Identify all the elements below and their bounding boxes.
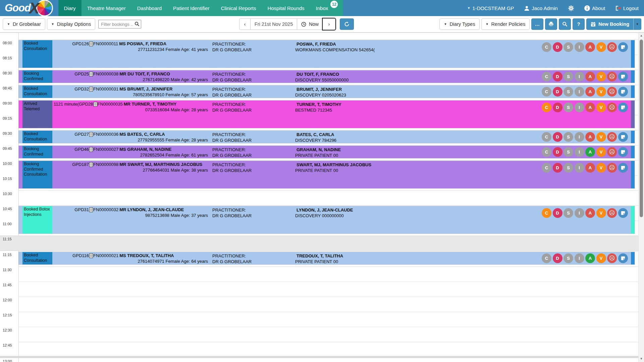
action-a-button[interactable]: A [585,87,595,97]
action-d-button[interactable]: D [553,132,562,142]
sad-face-button[interactable]: ☹ [607,103,617,112]
scroll-up-button[interactable]: ▲ [639,33,644,38]
practice-selector[interactable]: ▼ 1-DOCSTEAM GP [467,5,514,11]
action-s-button[interactable]: S [564,163,573,173]
action-i-button[interactable]: I [575,103,584,112]
practitioner-dropdown[interactable]: ▼ Dr Grobelaar [3,18,45,30]
booking-block[interactable]: Booking Confirmed GPD25FN00000038MR DU T… [19,70,635,83]
action-c-button[interactable]: C [542,42,551,52]
action-d-button[interactable]: D [553,87,562,97]
action-c-button[interactable]: C [542,163,551,173]
sad-face-button[interactable]: ☹ [607,208,617,218]
action-d-button[interactable]: D [553,208,562,218]
action-c-button[interactable]: C [542,253,551,263]
render-policies-dropdown[interactable]: ▼ Render Policies [481,18,530,30]
action-v-button[interactable]: V [596,132,606,142]
action-c-button[interactable]: C [542,103,551,112]
note-button[interactable] [618,147,628,157]
note-button[interactable] [618,72,628,81]
action-s-button[interactable]: S [564,42,573,52]
note-button[interactable] [618,208,628,218]
action-s-button[interactable]: S [564,147,573,157]
nav-item-inbox[interactable]: Inbox12 [310,0,334,16]
about-button[interactable]: About [584,5,605,11]
action-v-button[interactable]: V [596,253,606,263]
nav-item-dashboard[interactable]: Dashboard [131,0,167,16]
action-s-button[interactable]: S [564,253,573,263]
sad-face-button[interactable]: ☹ [607,87,617,97]
action-i-button[interactable]: I [575,163,584,173]
action-a-button[interactable]: A [585,208,595,218]
nav-item-clinical-reports[interactable]: Clinical Reports [215,0,262,16]
booking-block[interactable]: Arrived Telemed 1121 minute(GPD28FN00000… [19,101,635,128]
action-d-button[interactable]: D [553,103,562,112]
scrollbar-thumb[interactable] [640,40,643,217]
booking-block[interactable]: Booked Consultation GPD27FN00000036MS BA… [19,131,635,143]
sad-face-button[interactable]: ☹ [607,42,617,52]
action-i-button[interactable]: I [575,253,584,263]
action-a-button[interactable]: A [585,72,595,81]
date-field[interactable]: Fri 21st Nov 2025 [250,18,297,30]
refresh-button[interactable] [340,18,354,30]
action-s-button[interactable]: S [564,87,573,97]
user-menu[interactable]: Jaco Admin [524,5,558,11]
action-i-button[interactable]: I [575,147,584,157]
note-button[interactable] [618,42,628,52]
action-c-button[interactable]: C [542,87,551,97]
action-v-button[interactable]: V [596,103,606,112]
sad-face-button[interactable]: ☹ [607,163,617,173]
nav-item-patient-identifier[interactable]: Patient Identifier [167,0,215,16]
note-button[interactable] [618,132,628,142]
note-button[interactable] [618,103,628,112]
action-i-button[interactable]: I [575,42,584,52]
note-button[interactable] [618,163,628,173]
sad-face-button[interactable]: ☹ [607,132,617,142]
action-i-button[interactable]: I [575,72,584,81]
new-booking-dropdown[interactable]: ▼ [633,18,641,30]
action-c-button[interactable]: C [542,147,551,157]
now-button[interactable]: Now [297,18,323,30]
action-d-button[interactable]: D [553,163,562,173]
action-a-button[interactable]: A [585,147,595,157]
diary-types-dropdown[interactable]: ▼ Diary Types [439,18,479,30]
action-d-button[interactable]: D [553,42,562,52]
action-c-button[interactable]: C [542,72,551,81]
nav-item-hospital-rounds[interactable]: Hospital Rounds [262,0,310,16]
booking-block[interactable]: Booking Confirmed GPD46FN00000027MS GRAH… [19,146,635,158]
action-a-button[interactable]: A [585,163,595,173]
action-a-button[interactable]: A [585,132,595,142]
previous-day-button[interactable]: ‹ [239,18,251,30]
action-i-button[interactable]: I [575,87,584,97]
action-v-button[interactable]: V [596,208,606,218]
booking-block[interactable]: Booked Consultation GPD32FN00000031MS BR… [19,85,635,98]
sad-face-button[interactable]: ☹ [607,147,617,157]
action-c-button[interactable]: C [542,132,551,142]
settings-button[interactable] [568,5,574,11]
booking-block[interactable]: Booked Botox Injections GPD31FN00000032M… [19,206,635,234]
next-day-button[interactable]: › [323,18,335,30]
action-a-button[interactable]: A [585,103,595,112]
note-button[interactable] [618,253,628,263]
nav-item-diary[interactable]: Diary [58,0,82,16]
booking-block[interactable]: Booked Consultation GPD116FN00000021MS T… [19,252,635,264]
action-v-button[interactable]: V [596,163,606,173]
note-button[interactable] [618,87,628,97]
action-s-button[interactable]: S [564,72,573,81]
print-button[interactable] [545,18,557,30]
booking-block[interactable]: Booking Confirmed Consultation GPD187FN0… [19,161,635,188]
action-a-button[interactable]: A [585,253,595,263]
vertical-scrollbar[interactable]: ▲ ▼ [638,32,644,362]
sad-face-button[interactable]: ☹ [607,72,617,81]
action-s-button[interactable]: S [564,103,573,112]
action-s-button[interactable]: S [564,208,573,218]
nav-item-theatre-manager[interactable]: Theatre Manager [82,0,131,16]
sad-face-button[interactable]: ☹ [607,253,617,263]
action-d-button[interactable]: D [553,147,562,157]
logout-button[interactable]: Logout [615,5,639,11]
action-d-button[interactable]: D [553,253,562,263]
booking-block[interactable]: Booked Consultation GPD126FN00000011MS P… [19,40,635,68]
action-v-button[interactable]: V [596,42,606,52]
new-booking-button[interactable]: New Booking [586,18,634,30]
help-button[interactable]: ? [573,18,585,30]
action-s-button[interactable]: S [564,132,573,142]
